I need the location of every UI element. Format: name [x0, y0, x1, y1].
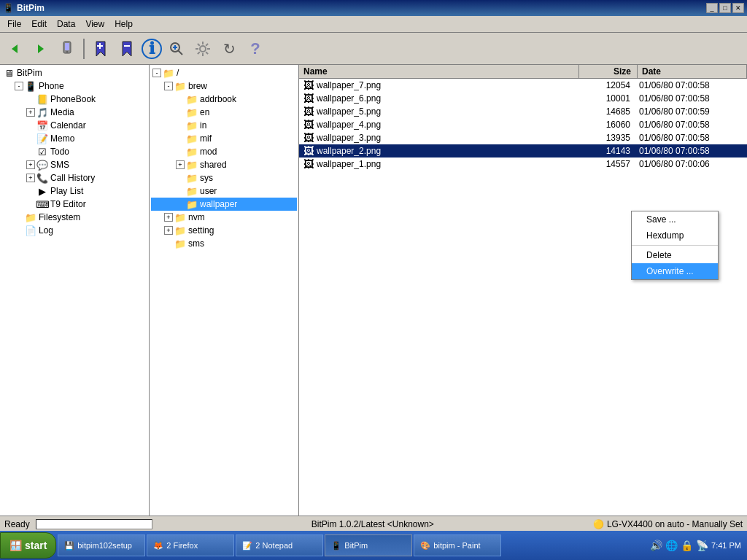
- tree-item-mod[interactable]: 📁 mod: [151, 145, 297, 158]
- help-button[interactable]: ?: [244, 37, 267, 61]
- tree-item-callhistory[interactable]: + 📞 Call History: [1, 171, 147, 184]
- tree-label-wallpaper: wallpaper: [200, 199, 237, 209]
- tree-item-phone[interactable]: - 📱 Phone: [1, 79, 147, 93]
- minimize-button[interactable]: _: [706, 3, 718, 13]
- shared-folder-icon: 📁: [186, 159, 198, 171]
- tree-label-user: user: [200, 186, 217, 196]
- tree-item-root[interactable]: - 📁 /: [151, 66, 297, 79]
- tree-expand-callhistory[interactable]: +: [26, 174, 35, 182]
- tree-expand-shared[interactable]: +: [176, 160, 185, 169]
- tree-item-user[interactable]: 📁 user: [151, 184, 297, 198]
- tree-item-setting[interactable]: + 📁 setting: [151, 224, 297, 237]
- tree-item-wallpaper[interactable]: 📁 wallpaper: [151, 198, 297, 211]
- tree-item-sms[interactable]: + 💬 SMS: [1, 158, 147, 171]
- tree-item-memo[interactable]: 📝 Memo: [1, 132, 147, 145]
- tree-label-t9editor: T9 Editor: [50, 199, 86, 209]
- file-date-wallpaper7: 01/06/80 07:00:58: [636, 80, 746, 90]
- menu-data[interactable]: Data: [53, 18, 80, 31]
- file-row-wallpaper4[interactable]: 🖼 wallpaper_4.png 16060 01/06/80 07:00:5…: [299, 118, 747, 131]
- tree-item-brew[interactable]: - 📁 brew: [151, 79, 297, 93]
- file-icon-wallpaper2: 🖼: [303, 145, 314, 157]
- refresh-button[interactable]: ↻: [217, 37, 241, 61]
- file-row-wallpaper1[interactable]: 🖼 wallpaper_1.png 14557 01/06/80 07:00:0…: [299, 158, 747, 171]
- file-date-wallpaper6: 01/06/80 07:00:58: [636, 93, 746, 104]
- bookmark-button[interactable]: [89, 37, 112, 61]
- tree-item-todo[interactable]: ☑ Todo: [1, 145, 147, 158]
- taskbar: 🪟 start 💾 bitpim102setup 🦊 2 Firefox 📝 2…: [0, 531, 747, 532]
- file-row-wallpaper3[interactable]: 🖼 wallpaper_3.png 13935 01/06/80 07:00:5…: [299, 131, 747, 144]
- tree-label-nvm: nvm: [188, 212, 205, 222]
- media-icon: 🎵: [36, 106, 48, 118]
- file-date-wallpaper2: 01/06/80 07:00:58: [636, 146, 746, 156]
- log-icon: 📄: [25, 225, 36, 236]
- tree-label-mod: mod: [200, 147, 217, 157]
- todo-icon: ☑: [36, 146, 48, 158]
- phone-button[interactable]: [55, 37, 79, 61]
- ctx-overwrite[interactable]: Overwrite ...: [632, 263, 718, 279]
- tree-item-in[interactable]: 📁 in: [151, 119, 297, 132]
- tree-item-filesystem[interactable]: 📁 Filesystem: [1, 211, 147, 224]
- right-panel: Name Size Date 🖼 wallpaper_7.png 12054 0…: [299, 65, 747, 516]
- file-name-wallpaper4: 🖼 wallpaper_4.png: [301, 119, 578, 131]
- tree-expand-phone[interactable]: -: [15, 82, 23, 90]
- col-header-size[interactable]: Size: [579, 65, 638, 78]
- file-row-wallpaper2[interactable]: 🖼 wallpaper_2.png 14143 01/06/80 07:00:5…: [299, 144, 747, 158]
- tree-item-bitpim[interactable]: 🖥 BitPim: [1, 66, 147, 79]
- window-title: BitPim: [17, 3, 44, 13]
- file-icon-wallpaper1: 🖼: [303, 158, 314, 170]
- tree-item-media[interactable]: + 🎵 Media: [1, 106, 147, 119]
- file-row-wallpaper5[interactable]: 🖼 wallpaper_5.png 14685 01/06/80 07:00:5…: [299, 105, 747, 118]
- forward-button[interactable]: [29, 37, 53, 61]
- status-bar: Ready BitPim 1.0.2/Latest <Unknown> 🟡 LG…: [0, 516, 747, 532]
- tree-expand-setting[interactable]: +: [164, 226, 173, 235]
- file-size-wallpaper1: 14557: [578, 159, 636, 169]
- tree-expand-brew[interactable]: -: [164, 82, 173, 90]
- tree-item-log[interactable]: 📄 Log: [1, 224, 147, 237]
- menu-edit[interactable]: Edit: [27, 18, 51, 31]
- context-menu: Save ... Hexdump Delete Overwrite ...: [631, 211, 719, 280]
- tree-item-calendar[interactable]: 📅 Calendar: [1, 119, 147, 132]
- col-header-name[interactable]: Name: [299, 65, 579, 78]
- menu-help[interactable]: Help: [110, 18, 137, 31]
- tree-item-sms-fs[interactable]: 📁 sms: [151, 237, 297, 250]
- ctx-save[interactable]: Save ...: [632, 211, 718, 228]
- filesystem-icon: 📁: [25, 211, 36, 223]
- tree-expand-sms[interactable]: +: [26, 160, 35, 169]
- tree-item-playlist[interactable]: ▶ Play List: [1, 184, 147, 198]
- tree-item-en[interactable]: 📁 en: [151, 106, 297, 119]
- file-row-wallpaper6[interactable]: 🖼 wallpaper_6.png 10001 01/06/80 07:00:5…: [299, 92, 747, 105]
- memo-icon: 📝: [36, 133, 48, 144]
- file-size-wallpaper2: 14143: [578, 146, 636, 156]
- tree-item-addrbook[interactable]: 📁 addrbook: [151, 93, 297, 106]
- tree-item-t9editor[interactable]: ⌨ T9 Editor: [1, 198, 147, 211]
- menu-view[interactable]: View: [81, 18, 109, 31]
- tree-label-callhistory: Call History: [50, 173, 95, 183]
- menu-file[interactable]: File: [3, 18, 26, 31]
- svg-marker-0: [12, 44, 18, 53]
- tree-item-phonebook[interactable]: 📒 PhoneBook: [1, 93, 147, 106]
- maximize-button[interactable]: □: [719, 3, 731, 13]
- search-button[interactable]: [165, 37, 188, 61]
- tree-expand-nvm[interactable]: +: [164, 213, 173, 222]
- phonebook-icon: 📒: [36, 93, 48, 105]
- col-header-date[interactable]: Date: [638, 65, 747, 78]
- back-button[interactable]: [3, 37, 26, 61]
- tree-expand-root[interactable]: -: [152, 69, 161, 77]
- info-button[interactable]: ℹ: [142, 39, 162, 59]
- tree-label-sms-fs: sms: [188, 238, 204, 249]
- settings-button[interactable]: [191, 37, 214, 61]
- close-button[interactable]: ✕: [732, 3, 744, 13]
- tree-label-media: Media: [50, 107, 74, 117]
- bookmark2-button[interactable]: [115, 37, 139, 61]
- file-name-wallpaper3: 🖼 wallpaper_3.png: [301, 132, 578, 144]
- tree-item-shared[interactable]: + 📁 shared: [151, 158, 297, 171]
- file-row-wallpaper7[interactable]: 🖼 wallpaper_7.png 12054 01/06/80 07:00:5…: [299, 79, 747, 92]
- tree-expand-media[interactable]: +: [26, 108, 35, 117]
- tree-item-sys[interactable]: 📁 sys: [151, 171, 297, 184]
- ctx-delete[interactable]: Delete: [632, 247, 718, 263]
- title-bar-controls: _ □ ✕: [706, 3, 744, 13]
- tree-item-nvm[interactable]: + 📁 nvm: [151, 211, 297, 224]
- tree-item-mif[interactable]: 📁 mif: [151, 132, 297, 145]
- ctx-hexdump[interactable]: Hexdump: [632, 228, 718, 244]
- nvm-folder-icon: 📁: [174, 211, 186, 223]
